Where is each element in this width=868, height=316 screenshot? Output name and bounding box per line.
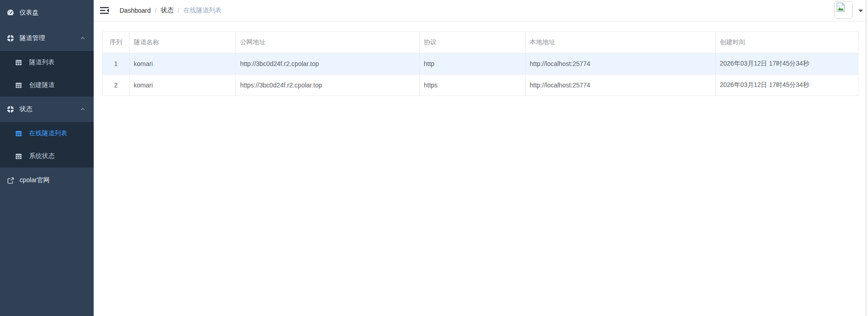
column-header-tunnel-name: 隧道名称 bbox=[130, 32, 236, 53]
cell-local-address: http://localhost:25774 bbox=[526, 75, 716, 96]
life-ring-icon bbox=[7, 35, 14, 42]
sidebar-item-create-tunnel[interactable]: 创建隧道 bbox=[0, 74, 94, 97]
cell-protocol: https bbox=[420, 75, 526, 96]
table-icon bbox=[15, 130, 22, 137]
column-header-public-url: 公网地址 bbox=[236, 32, 420, 53]
vertical-scrollbar[interactable] bbox=[866, 0, 868, 316]
cell-local-address: http://localhost:25774 bbox=[526, 53, 716, 75]
breadcrumb-separator: / bbox=[155, 7, 157, 14]
table-icon bbox=[15, 153, 22, 159]
user-menu-caret-icon[interactable] bbox=[858, 10, 863, 15]
sidebar-collapse-icon[interactable] bbox=[100, 6, 110, 15]
cell-seq: 1 bbox=[103, 53, 130, 75]
chevron-up-icon bbox=[80, 36, 85, 41]
sidebar-item-label: 在线隧道列表 bbox=[29, 129, 67, 138]
breadcrumb-item-status[interactable]: 状态 bbox=[161, 6, 173, 15]
online-tunnel-table: 序列 隧道名称 公网地址 协议 本地地址 创建时间 1 komari http:… bbox=[102, 31, 858, 96]
table-row[interactable]: 1 komari http://3bc0d24f.r2.cpolar.top h… bbox=[103, 53, 858, 75]
life-ring-icon bbox=[7, 106, 14, 113]
breadcrumb-item-current: 在线隧道列表 bbox=[183, 6, 221, 15]
sidebar-item-system-status[interactable]: 系统状态 bbox=[0, 145, 94, 168]
avatar[interactable] bbox=[834, 1, 853, 19]
table-icon bbox=[15, 82, 22, 88]
chevron-up-icon bbox=[80, 107, 85, 112]
table-icon bbox=[15, 59, 22, 66]
sidebar-item-label: cpolar官网 bbox=[20, 176, 50, 184]
cell-created-at: 2026年03月12日 17时45分34秒 bbox=[716, 75, 858, 96]
sidebar-item-label: 状态 bbox=[20, 105, 32, 113]
column-header-local-address: 本地地址 bbox=[526, 32, 716, 53]
sidebar-item-status[interactable]: 状态 bbox=[0, 97, 94, 122]
submenu-tunnel-management: 隧道列表 创建隧道 bbox=[0, 51, 94, 97]
sidebar-item-label: 仪表盘 bbox=[20, 9, 39, 17]
cell-created-at: 2026年03月12日 17时45分34秒 bbox=[716, 53, 858, 75]
cell-public-url: https://3bc0d24f.r2.cpolar.top bbox=[236, 75, 420, 96]
app-window: 仪表盘 隧道管理 bbox=[0, 0, 868, 316]
submenu-status: 在线隧道列表 系统状态 bbox=[0, 122, 94, 168]
breadcrumb: Dashboard / 状态 / 在线隧道列表 bbox=[120, 0, 221, 21]
top-bar: Dashboard / 状态 / 在线隧道列表 bbox=[94, 0, 868, 21]
gauge-icon bbox=[7, 9, 14, 16]
sidebar-item-label: 创建隧道 bbox=[29, 81, 55, 89]
sidebar-item-label: 隧道列表 bbox=[29, 58, 55, 66]
column-header-created-at: 创建时间 bbox=[716, 32, 858, 53]
table-header-row: 序列 隧道名称 公网地址 协议 本地地址 创建时间 bbox=[103, 32, 858, 53]
sidebar-item-cpolar-website[interactable]: cpolar官网 bbox=[0, 168, 94, 193]
cell-tunnel-name: komari bbox=[130, 75, 236, 96]
cell-seq: 2 bbox=[103, 75, 130, 96]
broken-image-icon bbox=[836, 2, 846, 13]
sidebar-item-label: 系统状态 bbox=[29, 152, 55, 160]
column-header-protocol: 协议 bbox=[420, 32, 526, 53]
cell-public-url: http://3bc0d24f.r2.cpolar.top bbox=[236, 53, 420, 75]
cell-tunnel-name: komari bbox=[130, 53, 236, 75]
sidebar-item-label: 隧道管理 bbox=[20, 34, 45, 42]
table-row[interactable]: 2 komari https://3bc0d24f.r2.cpolar.top … bbox=[103, 75, 858, 96]
sidebar-item-tunnel-list[interactable]: 隧道列表 bbox=[0, 51, 94, 74]
cell-protocol: http bbox=[420, 53, 526, 75]
column-header-seq: 序列 bbox=[103, 32, 130, 53]
sidebar-item-dashboard[interactable]: 仪表盘 bbox=[0, 0, 94, 25]
breadcrumb-item-dashboard[interactable]: Dashboard bbox=[120, 7, 151, 14]
breadcrumb-separator: / bbox=[177, 7, 179, 14]
sidebar: 仪表盘 隧道管理 bbox=[0, 0, 94, 316]
external-link-icon bbox=[7, 177, 14, 184]
sidebar-item-online-tunnel-list[interactable]: 在线隧道列表 bbox=[0, 122, 94, 145]
sidebar-item-tunnel-management[interactable]: 隧道管理 bbox=[0, 25, 94, 51]
